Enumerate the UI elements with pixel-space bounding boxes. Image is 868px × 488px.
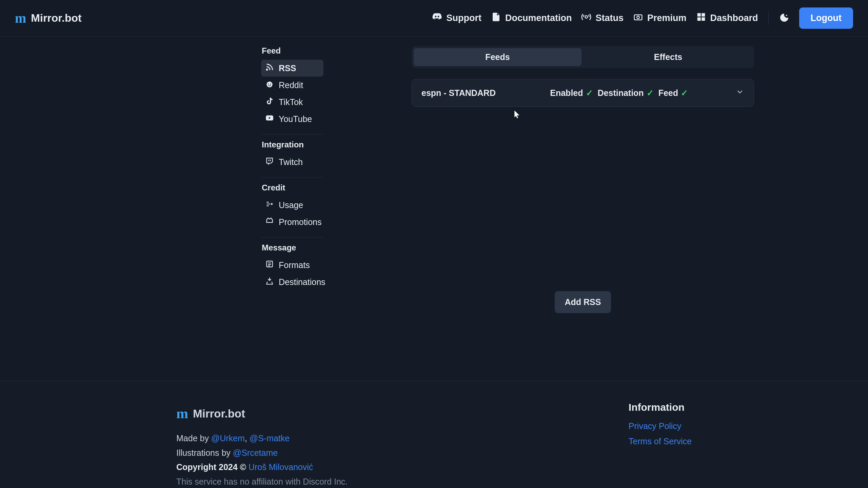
footer-brand[interactable]: m Mirror.bot (176, 402, 348, 426)
sidebar-divider (261, 237, 323, 238)
sidebar-group-title-feed: Feed (261, 46, 323, 56)
brand[interactable]: m Mirror.bot (15, 10, 82, 26)
nav-right: Support Documentation Status Premium Das… (432, 7, 853, 29)
sidebar-item-label: Twitch (279, 157, 303, 167)
sidebar-item-destinations[interactable]: Destinations (261, 273, 323, 290)
sidebar-item-label: Usage (279, 200, 303, 210)
sidebar-item-reddit[interactable]: Reddit (261, 77, 323, 94)
sidebar-item-label: RSS (279, 63, 296, 73)
tab-group: Feeds Effects (412, 46, 754, 68)
svg-rect-6 (702, 17, 705, 21)
footer-illus-prefix: Illustrations by (176, 448, 233, 458)
svg-point-9 (267, 81, 272, 87)
premium-icon (633, 12, 643, 24)
usage-icon (265, 200, 274, 210)
tab-feeds[interactable]: Feeds (414, 48, 581, 66)
footer-disclaimer: This service has no affiliaton with Disc… (176, 474, 348, 488)
footer-author1-link[interactable]: @Urkem (211, 433, 245, 443)
svg-point-0 (585, 16, 588, 18)
sidebar-item-label: Promotions (279, 217, 321, 227)
feed-title: espn - STANDARD (421, 88, 496, 98)
svg-point-11 (270, 84, 271, 85)
footer-made-by: Made by @Urkem, @S-matke (176, 431, 348, 446)
sidebar-item-tiktok[interactable]: TikTok (261, 94, 323, 110)
feed-chip-destination: Destination ✓ (598, 88, 654, 98)
footer-privacy-link[interactable]: Privacy Policy (629, 421, 692, 431)
footer-info-title: Information (629, 402, 692, 413)
youtube-icon (265, 114, 274, 124)
sidebar-item-label: YouTube (279, 114, 312, 124)
svg-rect-1 (634, 15, 642, 20)
sidebar-item-promotions[interactable]: Promotions (261, 214, 323, 230)
discord-icon (432, 12, 442, 24)
brand-logo-icon: m (15, 10, 25, 26)
page-body: Feed RSS Reddit TikTok YouTube (0, 37, 868, 313)
footer-illustrator-link[interactable]: @Srcetame (233, 448, 278, 458)
promotions-icon (265, 217, 274, 227)
sidebar-item-label: Destinations (279, 277, 326, 287)
rss-icon (265, 63, 274, 74)
brand-name: Mirror.bot (31, 12, 81, 24)
main-content: Feeds Effects espn - STANDARD Enabled ✓ … (412, 46, 754, 313)
footer-copyright-name-link[interactable]: Uroš Milovanović (249, 462, 313, 472)
twitch-icon (265, 157, 274, 167)
footer-brand-name: Mirror.bot (193, 404, 245, 423)
svg-rect-5 (697, 17, 701, 21)
topbar: m Mirror.bot Support Documentation Statu… (0, 0, 868, 37)
nav-separator (768, 12, 769, 25)
nav-dashboard[interactable]: Dashboard (696, 12, 758, 24)
nav-documentation-label: Documentation (505, 13, 572, 23)
nav-dashboard-label: Dashboard (710, 13, 758, 23)
add-rss-button[interactable]: Add RSS (555, 291, 611, 313)
destinations-icon (265, 277, 274, 287)
feed-chip-enabled-label: Enabled (550, 88, 583, 98)
status-icon (581, 12, 591, 24)
check-icon: ✓ (586, 88, 593, 98)
moon-icon (779, 12, 790, 24)
svg-point-7 (786, 15, 787, 16)
sidebar-item-rss[interactable]: RSS (261, 60, 323, 77)
svg-point-8 (267, 69, 268, 70)
sidebar-item-youtube[interactable]: YouTube (261, 110, 323, 127)
theme-toggle[interactable] (779, 12, 790, 24)
check-icon: ✓ (647, 88, 654, 98)
feed-chip-feed-label: Feed (658, 88, 678, 98)
sidebar-item-label: TikTok (279, 97, 303, 107)
svg-point-10 (268, 84, 269, 85)
sidebar-divider (261, 177, 323, 178)
expand-icon[interactable] (688, 87, 744, 98)
nav-premium-label: Premium (647, 13, 687, 23)
footer-author2-link[interactable]: @S-matke (250, 433, 290, 443)
sidebar-item-label: Formats (279, 260, 310, 270)
sidebar-item-usage[interactable]: Usage (261, 197, 323, 214)
footer: m Mirror.bot Made by @Urkem, @S-matke Il… (0, 381, 868, 488)
nav-premium[interactable]: Premium (633, 12, 687, 24)
reddit-icon (265, 80, 274, 90)
check-icon: ✓ (681, 88, 688, 98)
feed-chip-feed: Feed ✓ (658, 88, 688, 98)
file-icon (491, 12, 501, 24)
brand-logo-icon: m (176, 402, 187, 426)
tab-effects[interactable]: Effects (584, 48, 752, 66)
sidebar-item-twitch[interactable]: Twitch (261, 154, 323, 170)
footer-tos-link[interactable]: Terms of Service (629, 436, 692, 446)
nav-support-label: Support (446, 13, 481, 23)
sidebar-item-label: Reddit (279, 80, 303, 90)
feed-chip-destination-label: Destination (598, 88, 644, 98)
feed-chip-enabled: Enabled ✓ (550, 88, 593, 98)
sidebar-item-formats[interactable]: Formats (261, 257, 323, 273)
sidebar-group-title-message: Message (261, 243, 323, 252)
nav-support[interactable]: Support (432, 12, 481, 24)
footer-sep: , (245, 433, 250, 443)
svg-rect-3 (697, 13, 701, 17)
footer-copyright-prefix: Copyright 2024 © (176, 462, 249, 472)
svg-rect-4 (702, 13, 705, 17)
nav-status-label: Status (595, 13, 624, 23)
logout-button[interactable]: Logout (799, 7, 853, 29)
nav-documentation[interactable]: Documentation (491, 12, 572, 24)
sidebar: Feed RSS Reddit TikTok YouTube (261, 46, 323, 313)
nav-status[interactable]: Status (581, 12, 624, 24)
sidebar-divider (261, 134, 323, 135)
feed-row[interactable]: espn - STANDARD Enabled ✓ Destination ✓ … (412, 79, 754, 107)
sidebar-group-title-integration: Integration (261, 140, 323, 149)
